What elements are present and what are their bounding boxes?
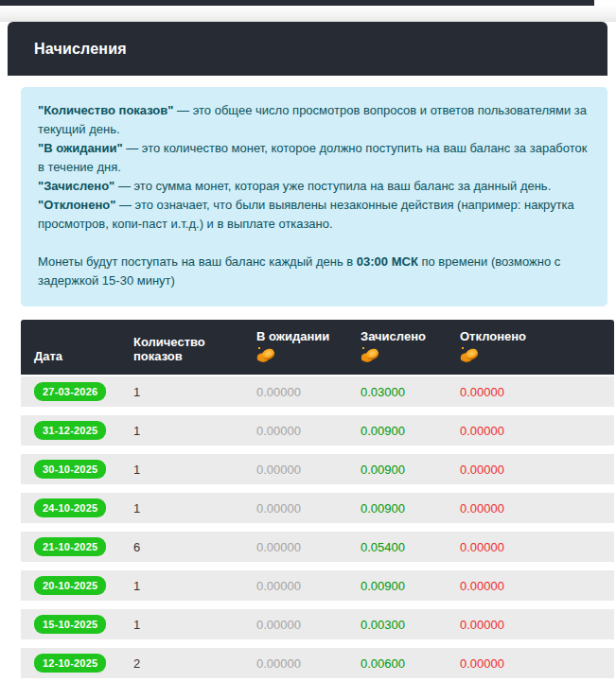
impressions-value: 6 — [120, 528, 243, 567]
date-badge: 27-03-2026 — [34, 382, 106, 401]
rejected-value: 0.00000 — [447, 528, 614, 567]
table-row: 24-10-2025 1 0.00000 0.00900 0.00000 — [21, 489, 614, 528]
credited-value: 0.00900 — [347, 567, 447, 605]
credited-value: 0.00900 — [347, 450, 447, 489]
info-term: "В ожидании" — [38, 141, 123, 155]
date-badge: 24-10-2025 — [34, 498, 106, 517]
info-line-pending: "В ожидании" — это количество монет, кот… — [38, 139, 590, 177]
pending-value: 0.00000 — [243, 605, 347, 644]
table-row: 12-10-2025 2 0.00000 0.00600 0.00000 — [21, 644, 614, 682]
impressions-value: 1 — [120, 376, 243, 411]
rejected-value: 0.00000 — [447, 567, 614, 605]
note-time: 03:00 МСК — [357, 254, 418, 269]
info-term: "Зачислено" — [38, 179, 114, 193]
table-header-row: Дата Количество показов В ожидании — [21, 320, 614, 376]
info-term: "Количество показов" — [38, 103, 173, 117]
date-badge: 20-10-2025 — [34, 576, 106, 595]
info-text: — это сумма монет, которая уже поступила… — [114, 179, 551, 193]
pending-value: 0.00000 — [243, 489, 347, 528]
rejected-value: 0.00000 — [447, 376, 614, 411]
rejected-value: 0.00000 — [447, 489, 614, 528]
credited-value: 0.00300 — [347, 605, 447, 644]
rejected-value: 0.00000 — [447, 411, 614, 450]
rejected-value: 0.00000 — [447, 450, 614, 489]
payout-schedule-note: Монеты будут поступать на ваш баланс каж… — [38, 253, 590, 290]
table-row: 21-10-2025 6 0.00000 0.05400 0.00000 — [21, 528, 614, 567]
info-line-credited: "Зачислено" — это сумма монет, которая у… — [38, 177, 590, 196]
pending-value: 0.00000 — [243, 567, 347, 605]
accruals-table: Дата Количество показов В ожидании — [21, 320, 614, 682]
coin-icon — [361, 346, 437, 363]
column-header-pending: В ожидании — [243, 320, 347, 376]
column-header-date: Дата — [21, 320, 120, 376]
date-badge: 21-10-2025 — [34, 537, 106, 556]
column-header-rejected: Отклонено — [447, 320, 614, 376]
accruals-panel: Начисления "Количество показов" — это об… — [8, 22, 607, 682]
credited-value: 0.03000 — [347, 376, 447, 411]
pending-value: 0.00000 — [243, 376, 347, 411]
pending-value: 0.00000 — [243, 450, 347, 489]
panel-shadow — [0, 6, 616, 22]
impressions-value: 1 — [120, 567, 243, 605]
credited-value: 0.00900 — [347, 489, 447, 528]
rejected-value: 0.00000 — [447, 644, 614, 682]
pending-value: 0.00000 — [243, 411, 347, 450]
date-badge: 31-12-2025 — [34, 421, 106, 440]
impressions-value: 1 — [120, 450, 243, 489]
note-text: Монеты будут поступать на ваш баланс каж… — [38, 254, 357, 269]
info-box: "Количество показов" — это общее число п… — [21, 87, 607, 306]
rejected-value: 0.00000 — [447, 605, 614, 644]
credited-value: 0.00600 — [347, 644, 447, 682]
panel-body: "Количество показов" — это общее число п… — [8, 87, 607, 682]
table-row: 30-10-2025 1 0.00000 0.00900 0.00000 — [21, 450, 614, 489]
info-term: "Отклонено" — [38, 198, 115, 212]
coin-icon — [460, 346, 605, 363]
impressions-value: 1 — [120, 605, 243, 644]
impressions-value: 2 — [120, 644, 243, 682]
table-row: 15-10-2025 1 0.00000 0.00300 0.00000 — [21, 605, 614, 644]
date-badge: 30-10-2025 — [34, 460, 106, 479]
date-badge: 15-10-2025 — [34, 615, 106, 634]
info-line-rejected: "Отклонено" — это означает, что были выя… — [38, 196, 590, 234]
panel-header: Начисления — [8, 22, 607, 76]
info-line-impressions: "Количество показов" — это общее число п… — [38, 101, 590, 139]
date-badge: 12-10-2025 — [34, 654, 106, 673]
page-title: Начисления — [34, 41, 127, 58]
pending-value: 0.00000 — [243, 644, 347, 682]
pending-value: 0.00000 — [243, 528, 347, 567]
table-row: 31-12-2025 1 0.00000 0.00900 0.00000 — [21, 411, 614, 450]
impressions-value: 1 — [120, 411, 243, 450]
table-row: 27-03-2026 1 0.00000 0.03000 0.00000 — [21, 376, 614, 411]
table-row: 20-10-2025 1 0.00000 0.00900 0.00000 — [21, 567, 614, 605]
credited-value: 0.00900 — [347, 411, 447, 450]
column-header-impressions: Количество показов — [120, 320, 243, 376]
coin-icon — [256, 346, 338, 363]
info-text: — это означает, что были выявлены незако… — [38, 198, 574, 231]
impressions-value: 1 — [120, 489, 243, 528]
credited-value: 0.05400 — [347, 528, 447, 567]
column-header-credited: Зачислено — [347, 320, 447, 376]
